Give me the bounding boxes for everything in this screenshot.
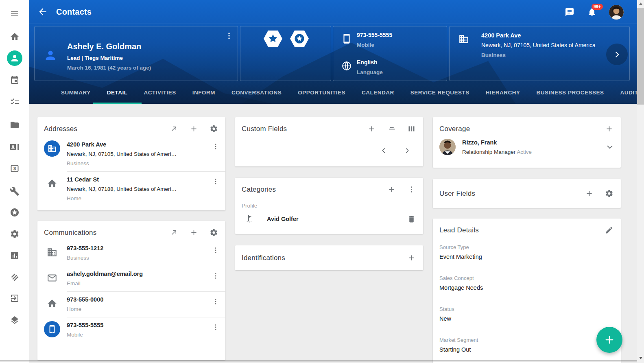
tab-summary[interactable]: SUMMARY <box>61 81 91 104</box>
add-communication-icon[interactable] <box>190 228 198 237</box>
contact-menu-kebab-icon[interactable] <box>225 31 234 40</box>
lead-details-title: Lead Details <box>439 226 605 234</box>
back-arrow-icon[interactable] <box>37 7 48 17</box>
sort-icon[interactable] <box>387 125 396 133</box>
communication-kebab-icon[interactable] <box>212 323 220 332</box>
contact-identity-panel: Ashely E. Goldman Lead | Tiegs Maritime … <box>34 26 238 81</box>
tab-hierarchy[interactable]: HIERARCHY <box>486 81 520 104</box>
menu-icon[interactable] <box>10 9 20 19</box>
sidebar-item-calendar[interactable] <box>10 75 20 85</box>
tab-inform[interactable]: INFORM <box>192 81 215 104</box>
lead-details-card: Lead Details Source Type Event Marketing… <box>433 219 621 363</box>
mobile-phone-icon <box>341 33 352 44</box>
coverage-expand-chevron-down-icon[interactable] <box>605 142 614 151</box>
chat-icon[interactable] <box>565 7 574 17</box>
communication-list-item[interactable]: ashely.goldman@email.org Email <box>37 266 225 291</box>
contact-hero-header: Contacts 99+ <box>29 0 637 104</box>
window-bottom-edge <box>0 361 637 361</box>
pager-next-chevron-icon[interactable] <box>404 147 411 154</box>
contact-quick-info-panel: 973-555-5555 Mobile English Language <box>333 26 447 81</box>
contact-address-panel: 4200 Park Ave Newark, NJ, 07105, United … <box>449 26 630 81</box>
communication-kebab-icon[interactable] <box>212 297 220 306</box>
communication-list-item[interactable]: 973-555-0000 Home <box>37 291 225 317</box>
tab-detail[interactable]: DETAIL <box>107 81 128 104</box>
communication-type: Business <box>67 255 212 261</box>
business-building-icon <box>44 244 60 260</box>
tab-audit[interactable]: AUDIT <box>620 81 637 104</box>
addresses-settings-gear-icon[interactable] <box>210 125 218 133</box>
communication-value: ashely.goldman@email.org <box>67 271 212 277</box>
coverage-list-item[interactable]: Rizzo, Frank Relationship Manager Active <box>433 136 621 161</box>
sidebar-item-billing[interactable]: $ <box>10 164 20 173</box>
sidebar-item-settings[interactable] <box>10 229 20 239</box>
sidebar-item-rewards[interactable] <box>10 208 20 217</box>
tab-activities[interactable]: ACTIVITIES <box>144 81 176 104</box>
sidebar-item-home[interactable] <box>10 32 20 42</box>
address-primary: 11 Cedar St <box>67 176 212 183</box>
sidebar-item-contact-active[interactable] <box>7 50 22 66</box>
golf-flag-icon <box>245 214 255 224</box>
user-fields-settings-gear-icon[interactable] <box>605 189 613 198</box>
address-kebab-icon[interactable] <box>212 177 220 186</box>
columns-icon[interactable] <box>407 125 416 133</box>
language-label: Language <box>357 69 383 75</box>
address-block: 4200 Park Ave Newark, NJ, 07105, United … <box>481 32 596 58</box>
sidebar-item-tools[interactable] <box>10 186 20 196</box>
coverage-avatar <box>439 139 456 155</box>
open-in-new-icon[interactable] <box>170 228 178 237</box>
globe-icon <box>341 61 352 71</box>
tab-conversations[interactable]: CONVERSATIONS <box>231 81 282 104</box>
add-coverage-icon[interactable] <box>605 125 613 133</box>
notifications-bell-icon[interactable]: 99+ <box>587 7 597 17</box>
scrollbar-up-arrow[interactable] <box>637 0 644 7</box>
sidebar-item-layers[interactable] <box>10 315 20 325</box>
communication-kebab-icon[interactable] <box>212 246 220 255</box>
edit-pencil-icon[interactable] <box>605 226 613 234</box>
home-icon <box>44 175 60 192</box>
hexagon-star-badge-icon[interactable] <box>263 30 283 47</box>
add-category-icon[interactable] <box>387 185 396 194</box>
address-list-item[interactable]: 4200 Park Ave Newark, NJ, 07105, United … <box>37 136 225 171</box>
add-custom-field-icon[interactable] <box>367 125 376 133</box>
scrollbar-down-arrow[interactable] <box>637 354 644 361</box>
categories-kebab-icon[interactable] <box>407 185 416 194</box>
communications-settings-gear-icon[interactable] <box>210 228 218 237</box>
user-avatar[interactable] <box>609 5 624 20</box>
tab-business-processes[interactable]: BUSINESS PROCESSES <box>537 81 604 104</box>
tab-opportunities[interactable]: OPPORTUNITIES <box>298 81 345 104</box>
identifications-title: Identifications <box>242 254 407 262</box>
sidebar-item-tasks[interactable] <box>10 97 20 107</box>
tab-calendar[interactable]: CALENDAR <box>362 81 394 104</box>
addresses-title: Addresses <box>44 125 170 133</box>
svg-text:$: $ <box>13 166 16 171</box>
communication-list-item[interactable]: 973-555-5555 Mobile <box>37 317 225 343</box>
tab-service-requests[interactable]: SERVICE REQUESTS <box>410 81 469 104</box>
delete-category-trash-icon[interactable] <box>407 215 416 223</box>
sidebar-item-reports[interactable] <box>10 251 20 260</box>
open-in-new-icon[interactable] <box>170 125 178 133</box>
sidebar-item-deals[interactable] <box>10 272 20 282</box>
detail-content: Addresses 4200 Park Ave Newark, NJ, 0710… <box>29 104 637 363</box>
hero-next-chevron-button[interactable] <box>606 44 628 65</box>
add-fab-button[interactable] <box>596 327 622 353</box>
sidebar-item-folder[interactable] <box>10 120 20 130</box>
add-address-icon[interactable] <box>190 125 198 133</box>
hexagon-circled-star-badge-icon[interactable] <box>290 30 309 47</box>
lead-field: Market Segment Starting Out <box>439 337 614 353</box>
communication-kebab-icon[interactable] <box>212 271 220 280</box>
address-list-item[interactable]: 11 Cedar St Newark, NJ, 07188, United St… <box>37 171 225 206</box>
custom-fields-pager <box>235 136 423 154</box>
business-building-icon <box>44 140 60 157</box>
category-item[interactable]: Avid Golfer <box>235 209 423 230</box>
communication-list-item[interactable]: 973-555-1212 Business <box>37 240 225 266</box>
sidebar-item-sign-out[interactable] <box>10 293 20 303</box>
address-kebab-icon[interactable] <box>212 142 220 151</box>
contact-badges-panel <box>240 26 331 81</box>
scrollbar-thumb[interactable] <box>637 8 644 105</box>
add-identification-icon[interactable] <box>407 254 416 262</box>
pager-previous-chevron-icon[interactable] <box>380 147 387 154</box>
vertical-scrollbar[interactable] <box>637 0 644 363</box>
sidebar-item-contacts-list[interactable] <box>10 142 20 152</box>
add-user-field-icon[interactable] <box>585 189 594 198</box>
categories-title: Categories <box>242 186 387 194</box>
